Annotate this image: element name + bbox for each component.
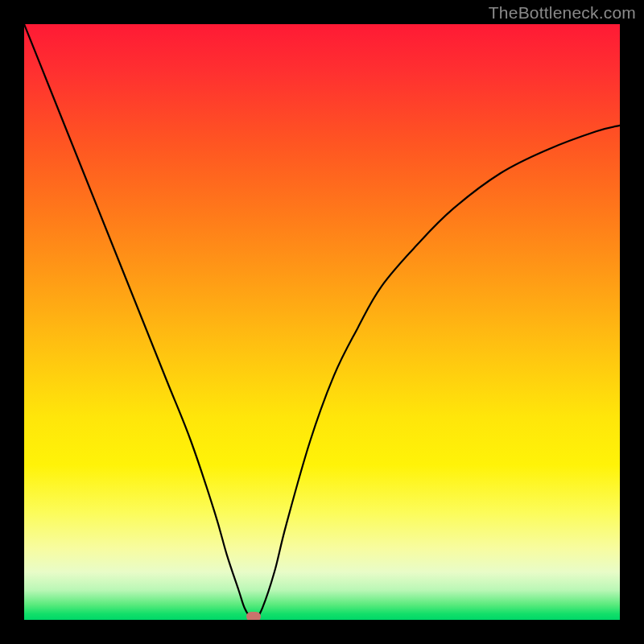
minimum-marker (246, 612, 261, 620)
watermark-text: TheBottleneck.com (489, 3, 636, 23)
plot-area (24, 24, 620, 620)
chart-frame: TheBottleneck.com (0, 0, 644, 644)
curve-svg (24, 24, 620, 620)
bottleneck-curve (24, 24, 620, 618)
